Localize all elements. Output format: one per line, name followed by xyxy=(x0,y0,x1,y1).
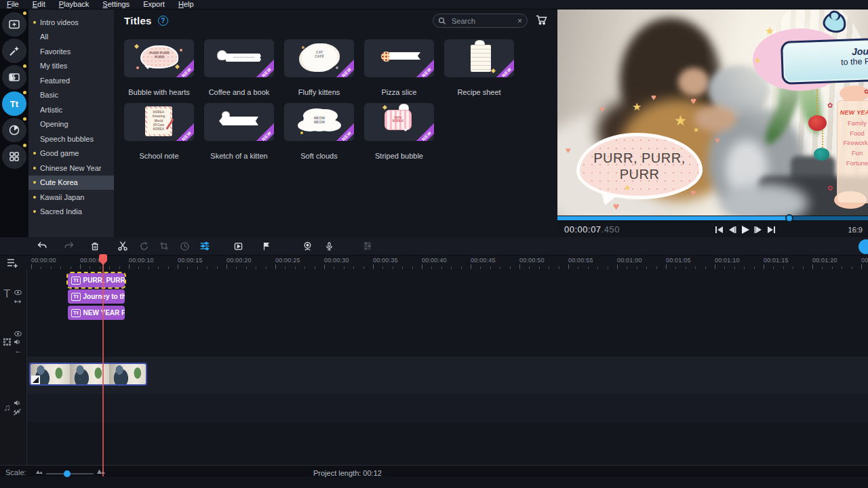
menu-file[interactable]: File xyxy=(0,0,26,9)
seek-bar[interactable] xyxy=(557,216,868,220)
scale-slider[interactable] xyxy=(35,466,103,477)
ruler-label: 00:00:30 xyxy=(324,257,349,264)
timeline-video-clip[interactable] xyxy=(29,363,147,386)
audio-track-waveform-icon[interactable] xyxy=(14,409,21,415)
seek-bar-fill xyxy=(557,216,789,220)
color-adjustments-button[interactable] xyxy=(198,239,212,253)
category-opening[interactable]: Opening xyxy=(28,117,114,132)
category-my-titles[interactable]: My titles xyxy=(28,59,114,74)
category-chinese-new-year[interactable]: Chinese New Year xyxy=(28,161,114,176)
search-input[interactable] xyxy=(452,17,517,25)
transitions-button[interactable] xyxy=(2,65,26,89)
folder-plus-icon xyxy=(7,18,21,31)
ruler-tick xyxy=(138,266,139,269)
video-track-arrow-icon[interactable]: ← xyxy=(14,346,22,354)
title-card-pizza-slice[interactable]: NEW xyxy=(364,39,434,77)
title-card-fluffy-kittens[interactable]: CAT CAFÉ NEW xyxy=(284,39,354,77)
clear-search-icon[interactable]: × xyxy=(517,17,522,25)
audio-track-icon: ♫ xyxy=(3,402,11,413)
previous-frame-button[interactable] xyxy=(728,226,736,234)
playhead-line[interactable] xyxy=(102,256,104,476)
menu-help[interactable]: Help xyxy=(172,0,201,9)
tool-rail: Tt xyxy=(0,9,28,237)
timeline: 00:00:0000:00:0500:00:1000:00:1500:00:20… xyxy=(0,237,868,476)
ruler-tick xyxy=(549,266,549,269)
category-all[interactable]: All xyxy=(28,30,114,45)
category-sacred-india[interactable]: Sacred India xyxy=(28,205,114,220)
ruler-tick xyxy=(31,264,32,269)
title-card-sketch-of-a-kitten[interactable]: NEW xyxy=(204,103,274,141)
new-year-list: Family Food Fireworks Fun Fortune xyxy=(837,119,868,169)
menu-playback[interactable]: Playback xyxy=(52,0,96,9)
title-card-school-note[interactable]: KOREA Amazing World Of Cute KOREA NEW xyxy=(124,103,194,141)
crop-button[interactable] xyxy=(157,239,171,253)
category-speech-bubbles[interactable]: Speech bubbles xyxy=(28,131,114,146)
category-featured[interactable]: Featured xyxy=(28,73,114,88)
scale-slider-handle[interactable] xyxy=(64,470,71,477)
video-track-visibility-eye-icon[interactable] xyxy=(14,331,22,337)
help-fab-button[interactable] xyxy=(859,239,868,254)
track-layout-button[interactable] xyxy=(361,239,374,253)
title-track-visibility-eye-icon[interactable] xyxy=(14,289,22,296)
menu-export[interactable]: Export xyxy=(136,0,172,9)
menu-edit[interactable]: Edit xyxy=(26,0,52,9)
category-good-game[interactable]: Good game xyxy=(28,146,114,161)
category-favorites[interactable]: Favorites xyxy=(28,44,114,59)
more-tools-button[interactable] xyxy=(2,144,26,169)
filters-button[interactable] xyxy=(2,39,26,63)
webcam-record-button[interactable] xyxy=(300,239,314,253)
title-card-striped-bubble[interactable]: Hello KOREA NEW xyxy=(364,103,434,141)
skip-to-start-button[interactable] xyxy=(715,226,724,234)
capture-frame-button[interactable] xyxy=(231,239,245,253)
note-art xyxy=(471,45,491,72)
track-headers: T ← ♫ xyxy=(0,270,27,465)
video-track-mute-speaker-icon[interactable] xyxy=(14,339,21,345)
transition-slot-icon[interactable] xyxy=(31,375,40,384)
undo-button[interactable] xyxy=(35,239,49,253)
category-basic[interactable]: Basic xyxy=(28,88,114,103)
category-cute-korea[interactable]: Cute Korea xyxy=(28,176,114,190)
import-media-button[interactable] xyxy=(2,12,26,37)
audio-track-mute-speaker-icon[interactable] xyxy=(14,400,21,406)
red-lantern xyxy=(808,115,827,131)
delete-button[interactable] xyxy=(88,239,102,253)
split-scissors-button[interactable] xyxy=(116,239,130,253)
ruler-label: 00:00:00 xyxy=(31,257,56,264)
category-kawaii-japan[interactable]: Kawaii Japan xyxy=(28,190,114,205)
timeline-title-clip-purr[interactable]: Tt PURR, PURR, xyxy=(68,273,125,287)
ruler-tick xyxy=(109,266,110,269)
app-window: File Edit Playback Settings Export Help … xyxy=(0,0,868,488)
search-box[interactable]: × xyxy=(433,14,528,28)
time-ruler[interactable]: 00:00:0000:00:0500:00:1000:00:1500:00:20… xyxy=(0,256,868,270)
ruler-tick xyxy=(666,264,667,269)
timeline-title-clip-new-year[interactable]: Tt NEW YEAR Fa xyxy=(68,306,125,320)
title-card-soft-clouds[interactable]: MEOW MEOW NEW xyxy=(284,103,354,141)
title-card-coffee-and-a-book[interactable]: NEW xyxy=(204,39,274,77)
next-frame-button[interactable] xyxy=(754,226,763,234)
titles-button[interactable]: Tt xyxy=(2,92,26,116)
skip-to-end-button[interactable] xyxy=(767,226,776,234)
stickers-button[interactable] xyxy=(2,118,26,142)
title-card-bubble-with-hearts[interactable]: PURR PURR PURR NEW xyxy=(124,39,194,77)
marker-flag-button[interactable] xyxy=(259,239,273,253)
ruler-label: 00:01:10 xyxy=(715,257,740,264)
zoom-out-icon[interactable] xyxy=(35,469,43,474)
play-button[interactable] xyxy=(741,225,750,235)
timeline-title-clip-journey[interactable]: Tt Journey to th xyxy=(68,289,125,304)
menu-settings[interactable]: Settings xyxy=(96,0,136,9)
add-track-button[interactable] xyxy=(6,258,18,268)
timecode: 00:00:07.450 xyxy=(564,224,620,235)
voiceover-mic-button[interactable] xyxy=(322,239,336,253)
category-artistic[interactable]: Artistic xyxy=(28,102,114,117)
help-icon[interactable]: ? xyxy=(158,16,168,26)
zoom-in-icon[interactable] xyxy=(96,468,106,474)
category-intro-videos[interactable]: Intro videos xyxy=(28,15,114,30)
flower-decor: ✿ xyxy=(827,184,833,192)
title-track-link-icon[interactable] xyxy=(14,299,22,304)
rotate-button[interactable] xyxy=(137,239,151,253)
title-card-recipe-sheet[interactable]: NEW xyxy=(444,39,514,77)
store-cart-button[interactable] xyxy=(536,15,547,25)
redo-button[interactable] xyxy=(62,239,76,253)
clip-speed-button[interactable] xyxy=(178,239,191,253)
lantern-string xyxy=(816,89,818,117)
